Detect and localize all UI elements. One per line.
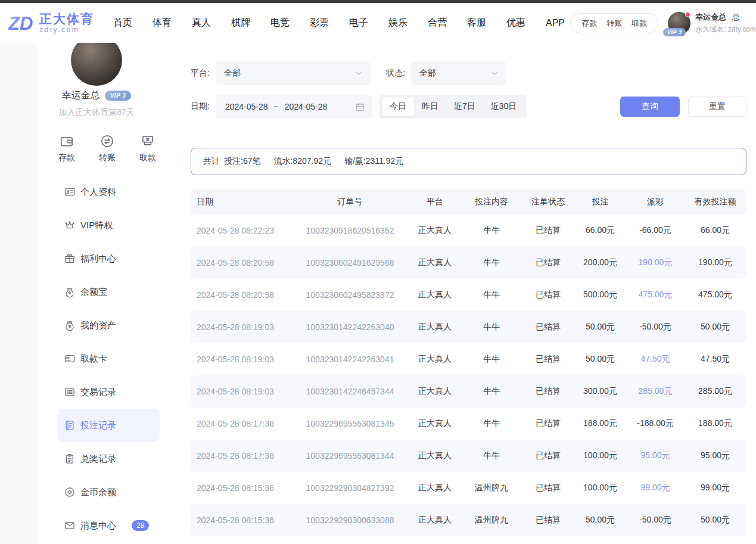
nav-item-棋牌[interactable]: 棋牌 — [231, 17, 250, 29]
sidebar-item-消息中心[interactable]: 消息中心28 — [57, 509, 160, 542]
cell-bet: 188.00元 — [575, 418, 626, 429]
cell-order: 1003230602495823872 — [292, 290, 408, 300]
cell-payout: -66.00元 — [626, 225, 685, 236]
platform-select[interactable]: 全部 — [216, 61, 371, 85]
cell-order: 1003230918620516352 — [292, 226, 408, 235]
cell-valid: 50.00元 — [685, 322, 745, 332]
quick-action-存款[interactable]: 存款 — [58, 133, 75, 163]
table-row: 2024-05-28 08:19:031003230142242263040正大… — [191, 311, 746, 343]
nav-item-合营[interactable]: 合营 — [428, 17, 447, 29]
cell-platform: 正大真人 — [408, 290, 462, 300]
permanent-domain-note: 永久域名: zdty.com — [695, 24, 756, 35]
cell-bet: 100.00元 — [575, 483, 626, 493]
unread-count-badge: 28 — [132, 520, 149, 531]
table-row: 2024-05-28 08:17:361003229695553081344正大… — [191, 440, 746, 472]
top-navbar: ZD 正大体育 zdty.com 首页体育真人棋牌电竞彩票电子娱乐合营客服优惠A… — [0, 3, 756, 43]
range-tab-今日[interactable]: 今日 — [382, 97, 414, 116]
table-row: 2024-05-28 08:15:361003229290304827392正大… — [191, 472, 746, 504]
sidebar-item-我的资产[interactable]: 我的资产 — [57, 309, 160, 342]
cell-status: 已结算 — [521, 450, 575, 461]
cell-date: 2024-05-28 08:19:03 — [191, 322, 292, 332]
table-row: 2024-05-28 08:20:581003230602495823872正大… — [191, 279, 746, 311]
table-row: 2024-05-28 08:19:031003230142246457344正大… — [191, 375, 746, 408]
quick-link-转账[interactable]: 转账 — [606, 18, 622, 29]
profile-card: 幸运金总 VIP 3 加入正大体育第87天 — [37, 35, 156, 118]
nav-item-娱乐[interactable]: 娱乐 — [388, 17, 407, 29]
main-nav: 首页体育真人棋牌电竞彩票电子娱乐合营客服优惠APP — [113, 17, 565, 29]
filter-panel: 平台: 全部 状态: 全部 — [191, 61, 746, 119]
cell-bet: 50.00元 — [575, 322, 626, 332]
transfer-icon — [99, 133, 115, 149]
nav-item-体育[interactable]: 体育 — [153, 17, 172, 29]
range-tab-昨日[interactable]: 昨日 — [414, 97, 446, 116]
calendar-icon[interactable] — [355, 102, 365, 112]
nav-item-电竞[interactable]: 电竞 — [270, 17, 290, 29]
cell-status: 已结算 — [521, 418, 575, 429]
cell-valid: 188.00元 — [685, 418, 745, 429]
user-name-suffix: 总 — [732, 13, 740, 21]
bank-card-icon — [64, 353, 76, 365]
quick-link-取款[interactable]: 取款 — [631, 18, 647, 29]
cell-order: 1003230142242263040 — [292, 322, 408, 332]
cell-bet: 300.00元 — [575, 386, 626, 397]
cell-content: 温州牌九 — [462, 483, 521, 493]
nav-item-APP[interactable]: APP — [546, 18, 565, 29]
quick-action-转账[interactable]: 转账 — [99, 133, 116, 163]
cell-status: 已结算 — [521, 225, 575, 236]
cell-date: 2024-05-28 08:19:03 — [191, 387, 292, 396]
nav-item-首页[interactable]: 首页 — [113, 17, 132, 29]
vip-badge: VIP 3 — [663, 28, 686, 36]
brand-logo-icon: ZD — [8, 11, 36, 35]
profile-username: 幸运金总 — [62, 89, 100, 102]
table-row: 2024-05-28 08:15:361003229290300633088正大… — [191, 504, 746, 536]
range-tab-近7日[interactable]: 近7日 — [446, 97, 483, 116]
svg-text:ZD: ZD — [8, 13, 33, 34]
brand-name: 正大体育 — [39, 12, 94, 26]
date-separator: ~ — [274, 102, 279, 111]
summary-item: 输/赢:2311.92元 — [344, 156, 403, 167]
sidebar-item-余额宝[interactable]: 余额宝 — [57, 275, 160, 309]
column-header-日期: 日期 — [191, 197, 292, 207]
sidebar-item-兑奖记录[interactable]: 兑奖记录 — [57, 442, 160, 475]
nav-item-优惠[interactable]: 优惠 — [506, 17, 525, 29]
cell-status: 已结算 — [521, 322, 575, 332]
notification-dot — [685, 12, 690, 17]
cell-payout: 285.00元 — [626, 386, 685, 397]
sidebar-item-label: 交易记录 — [80, 387, 116, 398]
cell-payout: 475.00元 — [626, 290, 685, 300]
column-header-有效投注额: 有效投注额 — [685, 197, 745, 207]
range-tab-近30日[interactable]: 近30日 — [483, 97, 525, 116]
sidebar-item-投注记录[interactable]: 投注记录 — [57, 409, 160, 442]
nav-item-彩票[interactable]: 彩票 — [310, 17, 329, 29]
prize-record-icon — [64, 453, 76, 465]
sidebar-item-交易记录[interactable]: 交易记录 — [57, 375, 160, 409]
sidebar-item-VIP特权[interactable]: VIP特权 — [57, 209, 160, 242]
nav-item-客服[interactable]: 客服 — [467, 17, 486, 29]
date-range-input[interactable]: 2024-05-28 ~ 2024-05-28 — [216, 95, 372, 119]
cell-payout: 99.00元 — [626, 483, 685, 493]
sidebar-item-个人资料[interactable]: 个人资料 — [57, 175, 160, 209]
date-to: 2024-05-28 — [285, 102, 328, 111]
nav-item-电子[interactable]: 电子 — [349, 17, 368, 29]
sidebar-item-金币余额[interactable]: 金币余额 — [57, 475, 160, 509]
brand-logo[interactable]: ZD 正大体育 zdty.com — [8, 11, 94, 35]
quick-action-取款[interactable]: 取款 — [139, 133, 156, 163]
cell-payout: -50.00元 — [626, 322, 685, 332]
user-chip[interactable]: VIP 3 幸运金总总 永久域名: zdty.com — [668, 12, 756, 35]
status-select[interactable]: 全部 — [411, 61, 506, 85]
cell-order: 1003230142242263041 — [292, 355, 408, 364]
profile-vip-badge: VIP 3 — [105, 91, 132, 101]
quick-link-存款[interactable]: 存款 — [581, 18, 597, 29]
cell-content: 牛牛 — [462, 257, 521, 268]
cell-platform: 正大真人 — [408, 483, 462, 493]
nav-item-真人[interactable]: 真人 — [192, 17, 211, 29]
cell-order: 1003229695553081344 — [292, 451, 408, 461]
cell-content: 牛牛 — [462, 418, 521, 429]
reset-button[interactable]: 重置 — [688, 97, 746, 117]
transaction-record-icon — [64, 386, 76, 398]
search-button[interactable]: 查询 — [620, 97, 680, 117]
sidebar-item-取款卡[interactable]: 取款卡 — [57, 342, 160, 375]
sidebar-item-福利中心[interactable]: 福利中心 — [57, 242, 160, 275]
sidebar-item-label: VIP特权 — [80, 220, 113, 231]
coin-icon — [64, 486, 76, 498]
